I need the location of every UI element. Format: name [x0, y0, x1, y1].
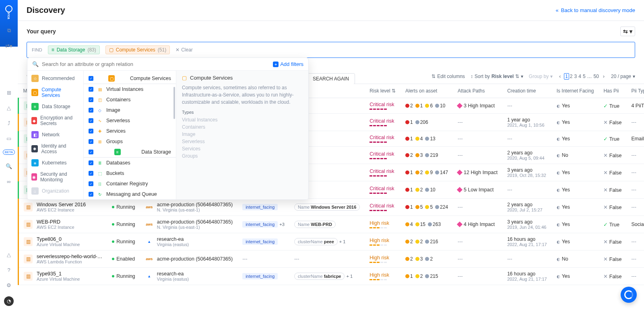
plus-icon: +: [273, 62, 279, 67]
col-pii[interactable]: Has Pii: [599, 84, 626, 98]
page-2[interactable]: 2: [569, 74, 574, 79]
type-serverless[interactable]: Serverless: [182, 138, 303, 145]
col-ctime[interactable]: Creation time: [502, 84, 551, 98]
scrollbar-thumb[interactable]: [173, 87, 175, 119]
category-data-storage[interactable]: ≡Data Storage: [27, 101, 83, 113]
nav-icon-clipboard[interactable]: ▭: [5, 134, 13, 142]
category-organization: ⌂Organization: [27, 185, 83, 197]
page-…[interactable]: …: [586, 74, 593, 79]
search-icon: 🔍: [32, 61, 39, 67]
table-row[interactable]: ▥Type806_0Azure Virtual MachineRunning▲r…: [19, 233, 644, 250]
category-compute-services[interactable]: ▢Compute Services: [27, 84, 83, 101]
filter-item-image[interactable]: ✓◇Image: [84, 105, 176, 115]
filter-item-messaging-and-queue[interactable]: ✓↻Messaging and Queue: [84, 189, 176, 199]
bell-icon[interactable]: △: [5, 250, 13, 259]
col-iif[interactable]: Is Internet Facing: [552, 84, 599, 98]
page-title: Discovery: [27, 6, 65, 15]
query-label: Your query: [27, 28, 56, 35]
add-filters-button[interactable]: + Add filters: [273, 61, 303, 67]
category-network[interactable]: ◧Network: [27, 129, 83, 141]
sort-by-button[interactable]: ↕ Sort by Risk level ⇅ ▾: [471, 74, 523, 79]
nav-icon-1[interactable]: ⧉: [5, 27, 13, 35]
logo: orca: [3, 3, 14, 19]
nav-icon-grid[interactable]: ⊞: [5, 88, 13, 96]
page-5[interactable]: 5: [582, 74, 586, 79]
clear-button[interactable]: ✕ Clear: [175, 47, 193, 53]
category-identity-and-access[interactable]: ✱Identity and Access: [27, 141, 83, 157]
page-50[interactable]: 50: [593, 74, 600, 79]
table-row[interactable]: ▥Windows Server 2016AWS EC2 InstanceRunn…: [19, 199, 644, 216]
filter-item-serverless[interactable]: ✓∿Serverless: [84, 115, 176, 126]
type-groups[interactable]: Groups: [182, 152, 303, 160]
nav-icon-share[interactable]: ⤴: [5, 119, 13, 127]
filter-item-container-registry[interactable]: ✓⌸Container Registry: [84, 179, 176, 189]
filter-search-input[interactable]: [42, 61, 270, 67]
edit-columns-button[interactable]: ⇅ Edit columns: [431, 74, 465, 79]
type-containers[interactable]: Containers: [182, 123, 303, 131]
search-again-button[interactable]: SEARCH AGAIN: [307, 73, 355, 84]
filter-item-databases[interactable]: ✓≣Databases: [84, 158, 176, 168]
category-security-and-monitoring[interactable]: ◉Security and Monitoring: [27, 169, 83, 185]
filter-item-containers[interactable]: ✓◫Containers: [84, 94, 176, 105]
per-page-select[interactable]: 20 / page ▾: [611, 74, 635, 79]
table-row[interactable]: ▥Type935_1Azure Virtual MachineRunning▲r…: [19, 268, 644, 285]
find-label: FIND: [32, 47, 42, 52]
pager-next[interactable]: ›: [602, 74, 605, 79]
type-virtual-instances[interactable]: Virtual Instances: [182, 116, 303, 123]
col-attack[interactable]: Attack Paths: [453, 84, 502, 98]
close-icon: ✕: [175, 47, 180, 53]
help-icon[interactable]: ?: [5, 266, 13, 274]
filter-item-services[interactable]: ✓✚Services: [84, 126, 176, 136]
category-encryption-and-secrets[interactable]: ◆Encryption and Secrets: [27, 113, 83, 129]
detail-title: Compute Services: [190, 75, 233, 81]
type-image[interactable]: Image: [182, 131, 303, 138]
chip-compute-services[interactable]: ▢Compute Services(51): [105, 45, 170, 54]
find-row[interactable]: FIND ≡Data Storage(83) ▢Compute Services…: [27, 42, 635, 58]
chevron-left-icon: «: [556, 7, 559, 13]
pager-prev[interactable]: ‹: [558, 74, 561, 79]
filter-item-virtual-instances[interactable]: ✓▤Virtual Instances: [84, 84, 176, 94]
category-recommended[interactable]: ☆Recommended: [27, 72, 83, 84]
col-piitypes[interactable]: Pii Types: [626, 84, 644, 98]
nav-icon-alert[interactable]: △: [5, 104, 13, 112]
nav-icon-filter[interactable]: ⇄▾: [5, 42, 13, 50]
filter-item-groups[interactable]: ✓⊞Groups: [84, 136, 176, 147]
page-4[interactable]: 4: [578, 74, 582, 79]
item-list: ✓▢Compute Services✓▤Virtual Instances✓◫C…: [84, 71, 176, 199]
beta-badge: BETA: [3, 150, 15, 155]
type-services[interactable]: Services: [182, 145, 303, 152]
category-list: ☆Recommended▢Compute Services≡Data Stora…: [27, 71, 84, 199]
filter-dropdown: 🔍 + Add filters ☆Recommended▢Compute Ser…: [27, 57, 309, 200]
table-row[interactable]: ▥WEB-PRDAWS EC2 InstanceRunningawsacme-p…: [19, 216, 644, 233]
filter-item-buckets[interactable]: ✓⬚Buckets: [84, 168, 176, 179]
filter-item-compute-services[interactable]: ✓▢Compute Services: [84, 73, 176, 84]
chip-data-storage[interactable]: ≡Data Storage(83): [48, 45, 100, 54]
avatar[interactable]: ◔: [4, 296, 14, 306]
page-1[interactable]: 1: [564, 73, 569, 80]
detail-panel: ▢Compute Services Compute services, some…: [176, 71, 308, 199]
col-risk[interactable]: Risk level ⇅: [365, 84, 400, 98]
query-settings-button[interactable]: ⇆ ▾: [620, 27, 635, 36]
category-alerts: ▲Alerts: [27, 197, 83, 199]
pager: ‹ 12345…50 ›: [558, 74, 605, 79]
filter-item-data-storage[interactable]: ✓≡Data Storage: [84, 147, 176, 158]
gear-icon[interactable]: ⚙: [5, 281, 13, 289]
search-icon[interactable]: 🔍: [5, 162, 13, 170]
chat-fab[interactable]: [621, 287, 637, 303]
table-row[interactable]: ▥serverlessrepo-hello-world-…AWS Lambda …: [19, 250, 644, 268]
category-kubernetes[interactable]: ⎈Kubernetes: [27, 157, 83, 169]
back-link[interactable]: « Back to manual discovery mode: [556, 7, 636, 13]
types-label: Types: [182, 110, 303, 115]
detail-desc: Compute services, sometimes also referre…: [182, 84, 303, 106]
group-by-button[interactable]: Group by ▾: [529, 74, 553, 79]
page-3[interactable]: 3: [574, 74, 578, 79]
nav-icon-infinity[interactable]: ∞: [5, 177, 13, 185]
left-rail: orca ⧉ ⇄▾ ⊞ △ ⤴ ▭ BETA 🔍 ∞ △ ? ⚙ ◔: [0, 0, 18, 310]
col-alerts[interactable]: Alerts on asset: [400, 84, 453, 98]
